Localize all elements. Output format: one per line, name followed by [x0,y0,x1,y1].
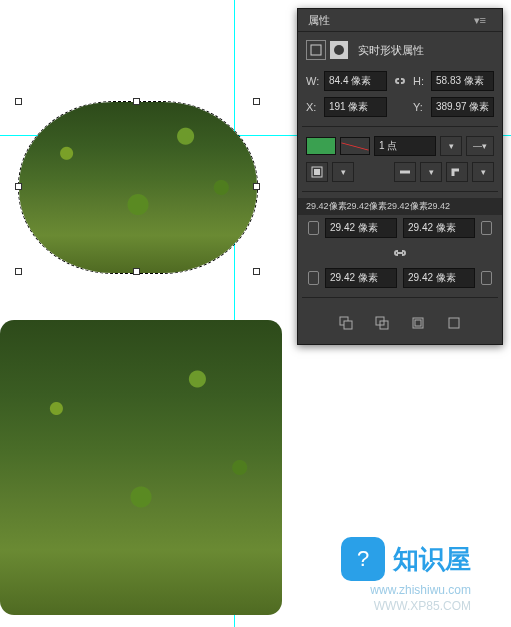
panel-tab-properties[interactable]: 属性 [298,13,340,28]
spacer [391,98,409,116]
stroke-weight-dropdown-icon[interactable]: ▾ [440,136,462,156]
corner-bl-checkbox[interactable] [308,271,319,285]
footer-icon-2[interactable] [373,314,391,332]
corner-br-input[interactable]: 29.42 像素 [403,268,475,288]
divider-3 [302,297,498,298]
svg-rect-4 [344,321,352,329]
rounded-rect-shape-2[interactable] [0,320,282,615]
input-y[interactable]: 389.97 像素 [431,97,494,117]
panel-header: 实时形状属性 [298,32,502,68]
input-height[interactable]: 58.83 像素 [431,71,494,91]
properties-panel: 属性 ▾≡ 实时形状属性 W: 84.4 像素 H: 58.83 像素 X: 1… [297,8,503,345]
handle-mr[interactable] [253,183,260,190]
row-position: X: 191 像素 Y: 389.97 像素 [298,94,502,120]
corner-tl-checkbox[interactable] [308,221,319,235]
input-width[interactable]: 84.4 像素 [324,71,387,91]
join-dropdown-icon[interactable]: ▾ [472,162,494,182]
footer-icon-3[interactable] [409,314,427,332]
handle-br[interactable] [253,268,260,275]
watermark-icon: ? [341,537,385,581]
label-w: W: [306,75,320,87]
handle-bl[interactable] [15,268,22,275]
panel-footer [298,304,502,344]
watermark: ? 知识屋 www.zhishiwu.com WWW.XP85.COM [341,537,471,613]
label-y: Y: [413,101,427,113]
corner-bl-input[interactable]: 29.42 像素 [325,268,397,288]
svg-rect-0 [311,45,321,55]
row-stroke-options: ▾ ▾ ▾ [298,159,502,185]
corner-br-checkbox[interactable] [481,271,492,285]
handle-tl[interactable] [15,98,22,105]
jungle-fill-2 [0,320,282,615]
stroke-align-dropdown-icon[interactable]: ▾ [332,162,354,182]
corner-strip-text: 29.42像素29.42像素29.42像素29.42 [306,200,450,213]
join-type-button[interactable] [446,162,468,182]
corner-row-bottom: 29.42 像素 29.42 像素 [298,265,502,291]
divider [302,126,498,127]
svg-rect-8 [415,320,421,326]
svg-rect-2 [314,169,320,175]
handle-bm[interactable] [133,268,140,275]
watermark-sub: WWW.XP85.COM [341,599,471,613]
label-x: X: [306,101,320,113]
row-fill-stroke: 1 点 ▾ —▾ [298,133,502,159]
corner-row-top: 29.42 像素 29.42 像素 [298,215,502,241]
jungle-fill [19,102,257,273]
panel-tabbar: 属性 ▾≡ [298,9,502,32]
cap-dropdown-icon[interactable]: ▾ [420,162,442,182]
label-h: H: [413,75,427,87]
corner-tr-checkbox[interactable] [481,221,492,235]
corner-tl-input[interactable]: 29.42 像素 [325,218,397,238]
cap-type-button[interactable] [394,162,416,182]
watermark-title: 知识屋 [393,542,471,577]
panel-menu-icon[interactable]: ▾≡ [464,14,496,27]
live-shape-icon [306,40,326,60]
corner-link-row [298,241,502,265]
mask-icon [330,41,348,59]
watermark-url: www.zhishiwu.com [341,583,471,597]
stroke-weight-input[interactable]: 1 点 [374,136,436,156]
corner-link-icon[interactable] [391,244,409,262]
link-wh-icon[interactable] [391,72,409,90]
panel-title: 实时形状属性 [358,43,424,58]
stroke-swatch[interactable] [340,137,370,155]
handle-ml[interactable] [15,183,22,190]
svg-rect-9 [449,318,459,328]
handle-tr[interactable] [253,98,260,105]
footer-icon-1[interactable] [337,314,355,332]
fill-swatch[interactable] [306,137,336,155]
corner-tr-input[interactable]: 29.42 像素 [403,218,475,238]
stroke-style-dropdown[interactable]: —▾ [466,136,494,156]
corner-strip: 29.42像素29.42像素29.42像素29.42 [298,198,502,215]
handle-tm[interactable] [133,98,140,105]
footer-icon-4[interactable] [445,314,463,332]
rounded-rect-shape-selected[interactable] [18,101,258,274]
divider-2 [302,191,498,192]
stroke-align-inside[interactable] [306,162,328,182]
input-x[interactable]: 191 像素 [324,97,387,117]
row-size: W: 84.4 像素 H: 58.83 像素 [298,68,502,94]
